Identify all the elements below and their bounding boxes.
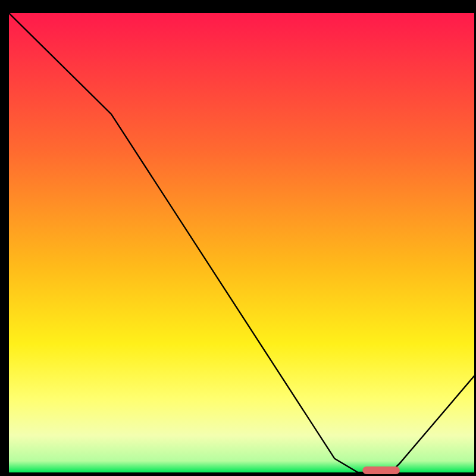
chart-container: TheBottleneck.com: [0, 0, 476, 476]
bottleneck-chart: [0, 0, 476, 476]
optimal-range-marker: [362, 466, 400, 474]
